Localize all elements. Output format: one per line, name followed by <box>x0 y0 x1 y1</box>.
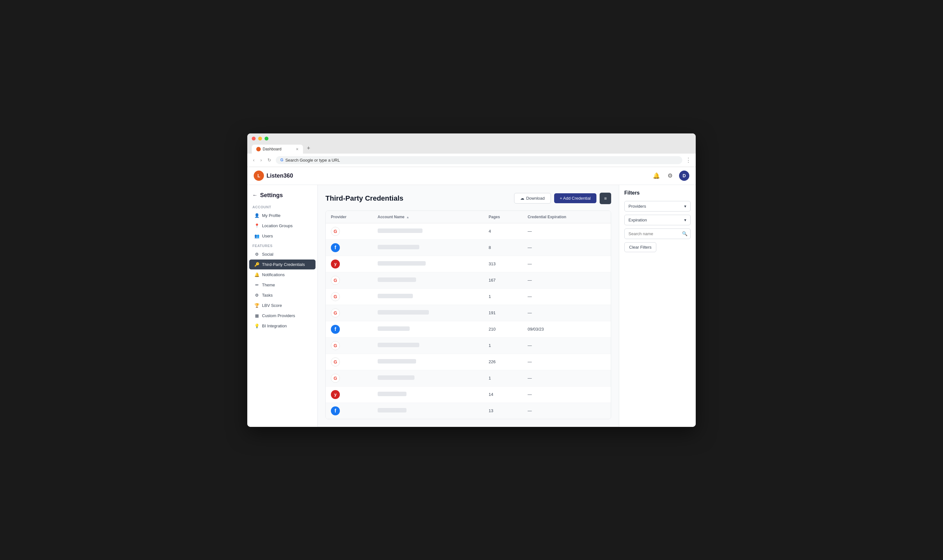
tab-title: Dashboard <box>262 147 282 151</box>
provider-cell: G <box>326 272 372 288</box>
add-credential-button[interactable]: + Add Credential <box>554 193 596 203</box>
tasks-icon: ⚙ <box>254 293 259 298</box>
filters-title: Filters <box>624 190 691 196</box>
provider-cell: G <box>326 337 372 354</box>
sidebar-item-lbv-score[interactable]: 🏆 LBV Score <box>249 300 315 311</box>
clear-filters-label: Clear Filters <box>629 245 651 249</box>
pages-cell: 1 <box>484 337 523 354</box>
sidebar: ← Settings Account 👤 My Profile 📍 Locati… <box>247 185 318 427</box>
account-name-cell <box>372 370 484 386</box>
sidebar-item-location-groups[interactable]: 📍 Location Groups <box>249 221 315 231</box>
table-row: f 13 — <box>326 403 611 419</box>
clear-filters-button[interactable]: Clear Filters <box>624 242 656 252</box>
back-button[interactable]: ‹ <box>252 157 256 163</box>
providers-dropdown[interactable]: Providers ▾ <box>624 201 691 212</box>
account-name-blurred <box>378 326 410 331</box>
sidebar-back-button[interactable]: ← Settings <box>247 190 318 203</box>
search-wrapper: 🔍 <box>624 228 691 239</box>
filter-toggle-button[interactable]: ≡ <box>600 192 611 204</box>
table-row: G 1 — <box>326 370 611 386</box>
reload-button[interactable]: ↻ <box>266 157 273 163</box>
maximize-traffic-light[interactable] <box>265 137 269 140</box>
minimize-traffic-light[interactable] <box>258 137 262 140</box>
account-name-blurred <box>378 343 419 347</box>
forward-button[interactable]: › <box>259 157 263 163</box>
filter-icon: ≡ <box>604 196 607 201</box>
account-name-cell <box>372 386 484 403</box>
tab-favicon <box>256 147 261 151</box>
provider-icon: y <box>331 390 340 399</box>
expiration-cell: — <box>522 386 611 403</box>
provider-cell: f <box>326 403 372 419</box>
provider-icon: G <box>331 308 340 317</box>
sidebar-item-theme[interactable]: ✏ Theme <box>249 280 315 290</box>
sidebar-item-users[interactable]: 👥 Users <box>249 231 315 241</box>
topnav-right: 🔔 ⚙ D <box>651 171 689 181</box>
expiration-cell: — <box>522 223 611 239</box>
provider-cell: G <box>326 354 372 370</box>
expiration-cell: — <box>522 256 611 272</box>
expiration-cell: — <box>522 239 611 256</box>
sidebar-item-my-profile[interactable]: 👤 My Profile <box>249 211 315 220</box>
download-icon: ☁ <box>520 196 524 201</box>
expiration-dropdown[interactable]: Expiration ▾ <box>624 215 691 225</box>
expiration-cell: — <box>522 288 611 305</box>
notification-button[interactable]: 🔔 <box>651 171 661 180</box>
avatar-button[interactable]: D <box>679 171 689 181</box>
address-bar[interactable]: G Search Google or type a URL <box>276 156 682 164</box>
credentials-table-container: Provider Account Name ▲ Pages <box>326 211 611 419</box>
chevron-down-icon-exp: ▾ <box>684 218 687 222</box>
sidebar-item-social[interactable]: ⚙ Social <box>249 249 315 259</box>
table-body: G 4 — f 8 — y 313 — <box>326 223 611 419</box>
account-name-blurred <box>378 261 426 266</box>
account-name-cell <box>372 288 484 305</box>
provider-icon: G <box>331 227 340 236</box>
sidebar-item-custom-providers[interactable]: ▦ Custom Providers <box>249 311 315 321</box>
pages-cell: 226 <box>484 354 523 370</box>
provider-cell: y <box>326 386 372 403</box>
search-input[interactable] <box>624 228 691 239</box>
location-groups-icon: 📍 <box>254 223 259 228</box>
settings-label: Settings <box>260 192 283 199</box>
col-header-account-name[interactable]: Account Name ▲ <box>372 211 484 223</box>
browser-more-button[interactable]: ⋮ <box>685 157 691 163</box>
custom-providers-icon: ▦ <box>254 313 259 318</box>
sidebar-label-tasks: Tasks <box>262 293 273 298</box>
credentials-icon: 🔑 <box>254 262 259 267</box>
main-layout: ← Settings Account 👤 My Profile 📍 Locati… <box>247 185 696 427</box>
new-tab-button[interactable]: + <box>304 143 313 154</box>
sidebar-label-bi: BI Integration <box>262 323 287 328</box>
account-name-blurred <box>378 375 415 380</box>
expiration-cell: — <box>522 354 611 370</box>
sidebar-item-notifications[interactable]: 🔔 Notifications <box>249 270 315 280</box>
sidebar-item-bi-integration[interactable]: 💡 BI Integration <box>249 321 315 331</box>
sort-icon: ▲ <box>406 215 409 219</box>
sidebar-item-tasks[interactable]: ⚙ Tasks <box>249 290 315 300</box>
browser-tab-dashboard[interactable]: Dashboard × <box>252 145 303 154</box>
header-actions: ☁ Download + Add Credential ≡ <box>514 192 611 204</box>
bi-icon: 💡 <box>254 323 259 328</box>
address-text: Search Google or type a URL <box>286 158 340 163</box>
account-name-cell <box>372 337 484 354</box>
account-name-blurred <box>378 277 416 282</box>
pages-cell: 210 <box>484 321 523 337</box>
browser-controls <box>252 137 691 140</box>
expiration-cell: — <box>522 337 611 354</box>
provider-icon: y <box>331 260 340 268</box>
sidebar-label-location-groups: Location Groups <box>262 223 292 228</box>
filters-panel: Filters Providers ▾ Expiration ▾ 🔍 Clear… <box>619 185 696 427</box>
close-traffic-light[interactable] <box>252 137 256 140</box>
settings-button[interactable]: ⚙ <box>666 171 674 180</box>
sidebar-label-social: Social <box>262 252 273 257</box>
col-header-pages: Pages <box>484 211 523 223</box>
tab-close-button[interactable]: × <box>296 146 298 152</box>
pages-cell: 4 <box>484 223 523 239</box>
app-topnav: L Listen360 🔔 ⚙ D <box>247 167 696 185</box>
account-name-cell <box>372 272 484 288</box>
pages-cell: 1 <box>484 370 523 386</box>
page-header: Third-Party Credentials ☁ Download + Add… <box>326 192 611 204</box>
download-button[interactable]: ☁ Download <box>514 193 551 203</box>
account-name-blurred <box>378 408 406 412</box>
table-row: y 14 — <box>326 386 611 403</box>
sidebar-item-third-party-credentials[interactable]: 🔑 Third-Party Credentials <box>249 260 315 269</box>
